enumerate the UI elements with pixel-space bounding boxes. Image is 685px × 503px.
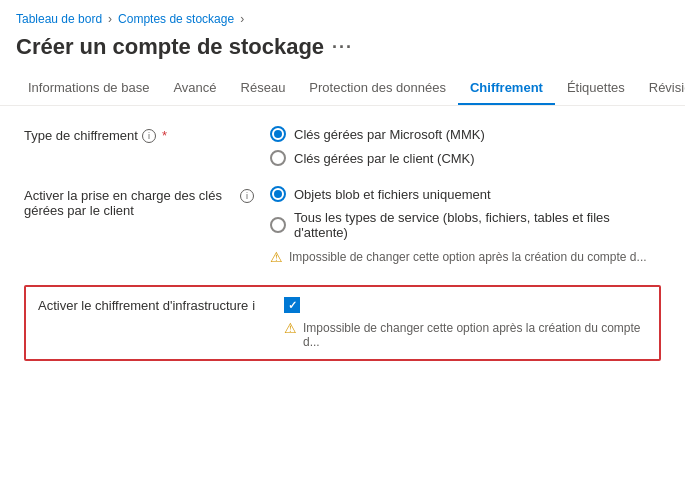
warning-icon-2: ⚠ bbox=[284, 320, 297, 336]
encryption-type-field: Clés gérées par Microsoft (MMK) Clés gér… bbox=[270, 126, 661, 166]
radio-mmk[interactable]: Clés gérées par Microsoft (MMK) bbox=[270, 126, 661, 142]
infrastructure-warning: ⚠ Impossible de changer cette option apr… bbox=[284, 321, 647, 349]
customer-keys-field: Objets blob et fichiers uniquement Tous … bbox=[270, 186, 661, 265]
breadcrumb-sep-2: › bbox=[240, 12, 244, 26]
encryption-type-info-icon[interactable]: i bbox=[142, 129, 156, 143]
customer-keys-warning-text: Impossible de changer cette option après… bbox=[289, 250, 647, 264]
infrastructure-top: Activer le chiffrement d'infrastructure … bbox=[38, 297, 647, 313]
radio-mmk-label: Clés gérées par Microsoft (MMK) bbox=[294, 127, 485, 142]
radio-mmk-circle bbox=[270, 126, 286, 142]
tab-etiquettes[interactable]: Étiquettes bbox=[555, 72, 637, 105]
radio-cmk[interactable]: Clés gérées par le client (CMK) bbox=[270, 150, 661, 166]
infrastructure-label: Activer le chiffrement d'infrastructure … bbox=[38, 298, 268, 313]
page-title: Créer un compte de stockage bbox=[16, 34, 324, 60]
tab-informations[interactable]: Informations de base bbox=[16, 72, 161, 105]
radio-blob[interactable]: Objets blob et fichiers uniquement bbox=[270, 186, 661, 202]
page-title-ellipsis[interactable]: ··· bbox=[332, 37, 353, 58]
required-marker: * bbox=[162, 128, 167, 143]
radio-cmk-label: Clés gérées par le client (CMK) bbox=[294, 151, 475, 166]
breadcrumb: Tableau de bord › Comptes de stockage › bbox=[0, 0, 685, 30]
infrastructure-checkbox[interactable] bbox=[284, 297, 300, 313]
form-content: Type de chiffrement i * Clés gérées par … bbox=[0, 106, 685, 381]
breadcrumb-comptes[interactable]: Comptes de stockage bbox=[118, 12, 234, 26]
encryption-type-row: Type de chiffrement i * Clés gérées par … bbox=[24, 126, 661, 166]
tab-reseau[interactable]: Réseau bbox=[229, 72, 298, 105]
tab-revision[interactable]: Révision bbox=[637, 72, 685, 105]
page-title-container: Créer un compte de stockage ··· bbox=[0, 30, 685, 72]
radio-all-circle bbox=[270, 217, 286, 233]
radio-blob-circle bbox=[270, 186, 286, 202]
infrastructure-info-icon[interactable]: i bbox=[252, 298, 255, 313]
infrastructure-warning-text: Impossible de changer cette option après… bbox=[303, 321, 647, 349]
radio-all-label: Tous les types de service (blobs, fichie… bbox=[294, 210, 661, 240]
infrastructure-row: Activer le chiffrement d'infrastructure … bbox=[24, 285, 661, 361]
encryption-type-label: Type de chiffrement i * bbox=[24, 126, 254, 143]
customer-keys-info-icon[interactable]: i bbox=[240, 189, 254, 203]
radio-cmk-circle bbox=[270, 150, 286, 166]
customer-keys-warning: ⚠ Impossible de changer cette option apr… bbox=[270, 250, 661, 265]
radio-blob-label: Objets blob et fichiers uniquement bbox=[294, 187, 491, 202]
breadcrumb-sep-1: › bbox=[108, 12, 112, 26]
breadcrumb-tableau[interactable]: Tableau de bord bbox=[16, 12, 102, 26]
tab-chiffrement[interactable]: Chiffrement bbox=[458, 72, 555, 105]
tab-bar: Informations de base Avancé Réseau Prote… bbox=[0, 72, 685, 106]
warning-icon-1: ⚠ bbox=[270, 249, 283, 265]
tab-protection[interactable]: Protection des données bbox=[297, 72, 458, 105]
tab-avance[interactable]: Avancé bbox=[161, 72, 228, 105]
customer-keys-label: Activer la prise en charge des clés géré… bbox=[24, 186, 254, 218]
radio-all-types[interactable]: Tous les types de service (blobs, fichie… bbox=[270, 210, 661, 240]
customer-keys-row: Activer la prise en charge des clés géré… bbox=[24, 186, 661, 265]
form-section: Type de chiffrement i * Clés gérées par … bbox=[24, 126, 661, 361]
